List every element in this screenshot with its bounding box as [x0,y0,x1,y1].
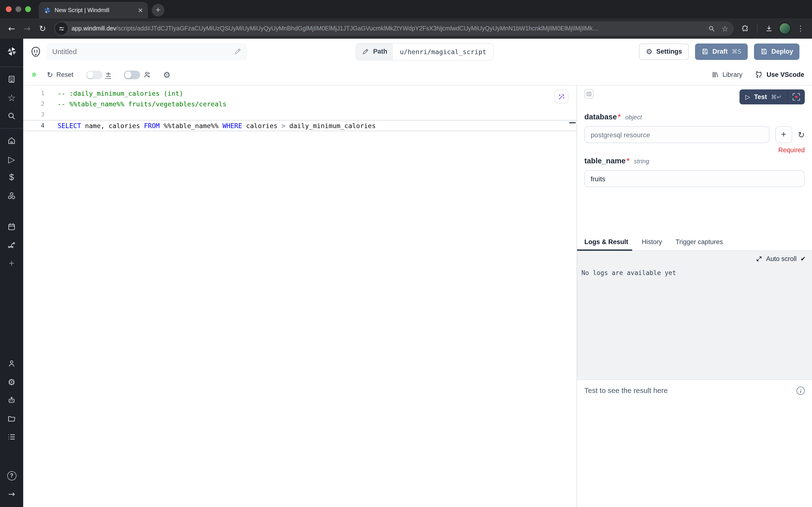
database-field-label: database* object [584,113,805,121]
status-dot [32,72,36,77]
editor-settings-gear-icon[interactable]: ⚙ [163,70,171,79]
workers-robot-icon[interactable] [0,391,23,409]
url-host: app.windmill.dev [71,25,116,32]
required-asterisk: * [627,157,630,165]
deploy-button[interactable]: Deploy [754,43,800,60]
settings-gear-icon[interactable]: ⚙ [0,373,23,391]
url-text[interactable]: app.windmill.dev/scripts/add#JTdCJTIyaGF… [71,25,704,32]
workspace: 1-- :daily_minimum_calories (int)2-- %%t… [23,86,812,507]
browser-tab[interactable]: New Script | Windmill ✕ [39,2,148,18]
code-editor[interactable]: 1-- :daily_minimum_calories (int)2-- %%t… [23,86,577,507]
audit-logs-list-icon[interactable] [0,428,23,446]
line-content: -- :daily_minimum_calories (int) [45,88,577,99]
schedules-calendar-icon[interactable] [0,218,23,236]
sidebar-divider [0,128,23,128]
result-pane: Test to see the result here i [577,379,812,507]
database-resource-input[interactable] [584,126,769,143]
code-line[interactable]: 1-- :daily_minimum_calories (int) [23,88,577,99]
editor-toolbar: ↻ Reset ± ⚙ Library [23,64,812,86]
ai-assistant-button[interactable] [555,90,568,103]
script-summary-input[interactable] [52,47,234,56]
screen: New Script | Windmill ✕ + ← → ↻ app.wind… [0,0,812,507]
routes-icon[interactable] [0,236,23,254]
workspace-icon[interactable] [0,70,23,89]
search-icon[interactable] [0,107,23,125]
table-name-input[interactable] [584,170,805,187]
expand-sidebar-arrow-icon[interactable]: → [0,485,23,503]
site-info-button[interactable] [55,22,68,35]
required-asterisk: * [618,113,621,121]
folders-icon[interactable] [0,409,23,428]
back-button[interactable]: ← [5,22,18,35]
profile-avatar[interactable] [779,22,791,35]
multiplayer-people-icon [143,70,152,79]
downloads-icon[interactable] [762,22,776,35]
collapse-panel-icon[interactable] [584,90,593,99]
address-bar[interactable]: app.windmill.dev/scripts/add#JTdCJTIyaGF… [54,21,734,36]
reload-button[interactable]: ↻ [36,22,49,35]
auto-scroll-control[interactable]: Auto scroll ✔ [577,251,812,263]
script-header: Path u/henri/magical_script ⚙ Settings D… [23,39,812,64]
multiplayer-toggle[interactable] [124,70,140,79]
postgresql-icon [30,46,42,57]
tab-history[interactable]: History [642,238,662,250]
forward-button: → [20,22,34,35]
tab-logs-result[interactable]: Logs & Result [584,238,628,250]
resources-cubes-icon[interactable] [0,186,23,205]
window-controls [6,6,31,12]
script-summary-field[interactable] [46,43,247,60]
home-icon[interactable] [0,131,23,150]
expand-icon [756,256,762,262]
diff-plus-minus-icon: ± [105,71,111,78]
table-name-field-label: table_name* string [584,157,805,165]
line-number: 4 [23,120,45,131]
toolbar-right: Library Use VScode [711,71,804,78]
windmill-logo[interactable] [0,39,23,64]
draft-button[interactable]: Draft ⌘S [695,43,748,60]
settings-gear-icon: ⚙ [646,47,652,56]
users-person-icon[interactable] [0,354,23,373]
zoom-window-button[interactable] [25,6,31,12]
code-line[interactable]: 3 [23,109,577,120]
favorites-star-icon[interactable]: ☆ [0,89,23,107]
field-type: string [634,158,649,165]
line-content: -- %%table_name%% fruits/vegetables/cere… [45,99,577,109]
test-button[interactable]: ▷ Test ⌘↵ [740,90,787,104]
add-item-plus-icon[interactable]: + [0,254,23,273]
tab-close-icon[interactable]: ✕ [138,6,143,14]
info-icon[interactable]: i [797,387,805,395]
no-logs-message: No logs are available yet [577,263,812,276]
header-actions: ⚙ Settings Draft ⌘S Deploy [639,43,800,60]
edit-pencil-icon [234,48,241,55]
diff-toggle[interactable] [86,70,103,79]
code-line[interactable]: 4SELECT name, calories FROM %%table_name… [23,120,577,131]
extensions-icon[interactable] [739,22,752,35]
browser-toolbar: ← → ↻ app.windmill.dev/scripts/add#JTdCJ… [0,18,812,39]
code-line[interactable]: 2-- %%table_name%% fruits/vegetables/cer… [23,99,577,109]
new-tab-button[interactable]: + [152,4,164,16]
zoom-page-icon[interactable] [708,25,715,32]
diff-toggle-group: ± [86,70,111,79]
add-resource-button[interactable]: + [775,126,792,143]
tab-trigger-captures[interactable]: Trigger captures [676,238,723,250]
reset-button[interactable]: ↻ Reset [47,70,73,79]
refresh-resources-icon[interactable]: ↻ [798,130,805,139]
script-path-chip[interactable]: Path u/henri/magical_script [356,43,494,60]
close-window-button[interactable] [6,6,12,12]
capture-test-button[interactable] [787,90,805,104]
bookmark-star-icon[interactable]: ☆ [721,24,729,33]
auto-scroll-checkmark[interactable]: ✔ [800,255,806,263]
settings-button[interactable]: ⚙ Settings [639,43,689,60]
use-vscode-button[interactable]: Use VScode [755,71,804,78]
variables-dollar-icon[interactable]: $ [0,168,23,186]
chrome-actions: ⋮ [739,22,807,35]
code-lines: 1-- :daily_minimum_calories (int)2-- %%t… [23,88,577,131]
database-field-row: + ↻ [584,126,805,143]
runs-play-icon[interactable]: ▷ [0,150,23,168]
browser-menu-icon[interactable]: ⋮ [794,24,807,33]
library-button[interactable]: Library [711,71,742,78]
line-content: SELECT name, calories FROM %%table_name%… [45,120,577,131]
minimize-window-button[interactable] [15,6,21,12]
help-icon[interactable]: ? [0,466,23,485]
windmill-favicon [44,6,51,14]
